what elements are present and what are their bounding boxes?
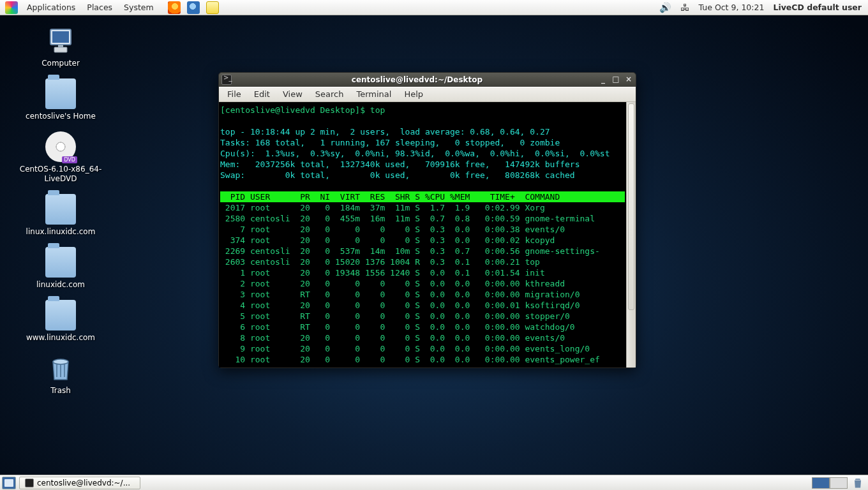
places-menu[interactable]: Places xyxy=(82,0,117,15)
menu-file[interactable]: File xyxy=(221,87,247,102)
icon-label: linuxidc.com xyxy=(13,280,108,290)
terminal-window: centoslive@livedvd:~/Desktop _ □ × FileE… xyxy=(218,72,636,368)
scrollbar[interactable] xyxy=(626,102,636,368)
desktop-icon-linuxidc-com[interactable]: linuxidc.com xyxy=(13,247,108,290)
clock[interactable]: Tue Oct 9, 10:21 xyxy=(699,3,765,12)
svg-point-4 xyxy=(53,359,68,364)
user-menu[interactable]: LiveCD default user xyxy=(773,3,862,12)
trash-tray-icon[interactable] xyxy=(851,477,864,489)
menu-edit[interactable]: Edit xyxy=(248,87,276,102)
workspace-switcher[interactable] xyxy=(812,477,848,489)
desktop-icon-www-linuxidc-com[interactable]: www.linuxidc.com xyxy=(13,300,108,343)
workspace-1[interactable] xyxy=(812,477,830,489)
desktop-icon-linux-linuxidc-com[interactable]: linux.linuxidc.com xyxy=(13,194,108,237)
icon-label: centoslive's Home xyxy=(13,112,108,121)
desktop-icons: Computercentoslive's HomeCentOS-6.10-x86… xyxy=(13,26,108,406)
thunderbird-icon[interactable] xyxy=(187,1,200,14)
taskbar-label: centoslive@livedvd:~/... xyxy=(37,477,130,489)
icon-label: linux.linuxidc.com xyxy=(13,227,108,237)
workspace-2[interactable] xyxy=(830,477,848,489)
bottom-panel: centoslive@livedvd:~/... xyxy=(0,475,868,490)
applications-menu[interactable]: Applications xyxy=(22,0,80,15)
panel-left: Applications Places System xyxy=(0,0,219,15)
close-button[interactable]: × xyxy=(624,75,633,84)
svg-rect-3 xyxy=(58,45,63,47)
show-desktop-button[interactable] xyxy=(2,477,16,489)
desktop-icon-computer[interactable]: Computer xyxy=(13,26,108,68)
terminal-text[interactable]: [centoslive@livedvd Desktop]$ top top - … xyxy=(219,102,626,368)
gnome-logo-icon[interactable] xyxy=(5,1,18,14)
window-title: centoslive@livedvd:~/Desktop xyxy=(236,75,599,84)
volume-icon[interactable]: 🔊 xyxy=(659,2,671,13)
firefox-icon[interactable] xyxy=(168,1,181,14)
svg-rect-2 xyxy=(54,47,67,52)
titlebar[interactable]: centoslive@livedvd:~/Desktop _ □ × xyxy=(219,73,636,87)
menu-view[interactable]: View xyxy=(277,87,308,102)
menu-help[interactable]: Help xyxy=(398,87,429,102)
icon-label: www.linuxidc.com xyxy=(13,333,108,343)
terminal-icon xyxy=(25,479,34,487)
menu-search[interactable]: Search xyxy=(310,87,350,102)
icon-label: CentOS-6.10-x86_64-LiveDVD xyxy=(13,165,108,184)
desktop-icon-centos-6-10-x86-64-livedvd[interactable]: CentOS-6.10-x86_64-LiveDVD xyxy=(13,131,108,184)
system-menu[interactable]: System xyxy=(119,0,159,15)
desktop-icon-centoslive-s-home[interactable]: centoslive's Home xyxy=(13,78,108,121)
gedit-icon[interactable] xyxy=(206,1,219,14)
icon-label: Computer xyxy=(13,59,108,68)
terminal-menubar: FileEditViewSearchTerminalHelp xyxy=(219,87,636,102)
network-icon[interactable]: 🖧 xyxy=(680,2,690,13)
taskbar-button-terminal[interactable]: centoslive@livedvd:~/... xyxy=(19,477,140,489)
svg-rect-1 xyxy=(52,31,69,43)
top-panel: Applications Places System 🔊 🖧 Tue Oct 9… xyxy=(0,0,868,15)
panel-right: 🔊 🖧 Tue Oct 9, 10:21 LiveCD default user xyxy=(659,2,868,13)
terminal-icon xyxy=(221,75,232,85)
icon-label: Trash xyxy=(13,386,108,396)
terminal-body: [centoslive@livedvd Desktop]$ top top - … xyxy=(219,102,636,368)
maximize-button[interactable]: □ xyxy=(611,75,620,84)
desktop-icon-trash[interactable]: Trash xyxy=(13,353,108,396)
menu-terminal[interactable]: Terminal xyxy=(350,87,397,102)
scrollbar-thumb[interactable] xyxy=(628,103,634,310)
minimize-button[interactable]: _ xyxy=(599,75,608,84)
